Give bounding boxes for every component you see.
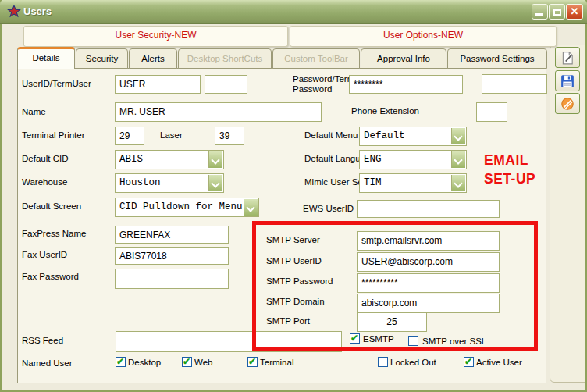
terminal-printer-input[interactable]: 29 [115,127,144,145]
rss-feed-label: RSS Feed [22,336,63,345]
chevron-down-icon[interactable] [208,175,222,191]
warehouse-label: Warehouse [22,177,67,187]
user-security-new-button[interactable]: User Security-NEW [23,26,288,47]
tab-security[interactable]: Security [76,48,128,69]
laser-input[interactable]: 39 [215,127,244,145]
cancel-button[interactable] [555,93,580,114]
tab-password-settings[interactable]: Password Settings [447,48,547,69]
minimize-button[interactable] [532,4,548,20]
cancel-icon [560,97,575,111]
password-extra-input[interactable] [482,74,547,94]
title-bar: Users ✕ [0,0,587,24]
desktop-checkbox[interactable] [116,357,126,367]
text-cursor [119,271,119,283]
named-user-label: Named User [22,358,73,368]
smtp-server-input[interactable]: smtp.emailsrvr.com [357,231,500,251]
smtp-domain-label: SMTP Domain [266,297,325,306]
mimic-user-security-dropdown[interactable]: TIM [359,173,467,193]
tab-desktop-shortcuts[interactable]: Desktop ShortCuts [178,48,272,69]
default-menu-dropdown[interactable]: Default [359,127,467,146]
phone-extension-input[interactable] [476,102,507,122]
tab-alerts[interactable]: Alerts [129,48,177,69]
userid-label: UserID/TermUser [22,79,91,88]
rss-feed-input[interactable] [116,331,342,352]
userid-extra-input[interactable] [205,75,247,94]
chevron-down-icon[interactable] [451,175,465,191]
users-window: Users ✕ User Security-NEW User Options-N… [0,0,587,392]
password-label: Password/Term Password [293,74,355,94]
default-cid-label: Default CID [22,154,68,163]
esmtp-checkbox[interactable] [350,333,360,344]
save-button[interactable] [555,70,580,91]
default-menu-label: Default Menu [304,130,358,140]
save-icon [560,74,575,88]
web-label: Web [194,358,212,367]
smtp-port-label: SMTP Port [266,316,310,326]
email-setup-annotation: EMAIL SET-UP [484,151,535,188]
maximize-icon [550,5,564,19]
smtp-over-ssl-label: SMTP over SSL [422,337,486,346]
ews-userid-label: EWS UserID [303,204,354,213]
default-screen-dropdown[interactable]: CID Pulldown for Menu [115,198,259,217]
smtp-port-input[interactable]: 25 [357,312,427,332]
window-title: Users [23,5,52,17]
smtp-userid-input[interactable]: USER@abiscorp.com [357,252,500,272]
tab-approval-info[interactable]: Approval Info [361,48,446,69]
warehouse-dropdown[interactable]: Houston [115,173,224,193]
default-screen-label: Default Screen [22,201,81,211]
faxpress-name-label: FaxPress Name [22,229,86,238]
fax-userid-input[interactable]: ABIS77018 [115,247,229,265]
web-checkbox[interactable] [182,357,192,367]
active-user-label: Active User [476,358,522,367]
smtp-password-label: SMTP Password [266,276,333,286]
close-button[interactable]: ✕ [566,4,583,20]
default-language-dropdown[interactable]: ENG [359,150,467,169]
new-document-button[interactable] [555,47,580,68]
terminal-printer-label: Terminal Printer [22,130,85,140]
tab-custom-toolbar[interactable]: Custom ToolBar [272,48,360,69]
default-cid-dropdown[interactable]: ABIS [115,150,224,169]
name-label: Name [22,107,46,116]
tab-details[interactable]: Details [17,47,75,69]
terminal-checkbox[interactable] [247,357,258,367]
phone-extension-label: Phone Extension [351,106,419,116]
laser-label: Laser [160,130,183,140]
minimize-icon [532,5,547,19]
password-input[interactable]: ******** [349,75,463,94]
chevron-down-icon[interactable] [451,151,465,168]
new-document-icon [560,51,575,65]
terminal-label: Terminal [260,358,294,367]
user-options-new-button[interactable]: User Options-NEW [290,26,557,47]
desktop-label: Desktop [128,358,161,367]
userid-input[interactable]: USER [115,75,201,94]
name-input[interactable]: MR. USER [115,102,322,122]
ews-userid-input[interactable] [357,200,500,218]
smtp-userid-label: SMTP UserID [266,256,322,265]
active-user-checkbox[interactable] [464,357,474,367]
chevron-down-icon[interactable] [451,128,465,144]
esmtp-label: ESMTP [363,334,394,344]
locked-out-checkbox[interactable] [378,357,388,367]
smtp-server-label: SMTP Server [266,235,320,244]
locked-out-label: Locked Out [390,358,436,367]
chevron-down-icon[interactable] [244,199,258,216]
chevron-down-icon[interactable] [208,151,222,168]
fax-userid-label: Fax UserID [22,250,67,259]
smtp-domain-input[interactable]: abiscorp.com [357,294,500,313]
maximize-button[interactable] [549,4,565,20]
faxpress-name-input[interactable]: GREENFAX [115,226,229,244]
abis-star-icon [7,5,21,19]
smtp-over-ssl-checkbox[interactable] [408,336,418,346]
fax-password-label: Fax Password [22,272,79,281]
fax-password-input[interactable] [115,269,229,289]
close-icon: ✕ [567,5,582,19]
smtp-password-input[interactable]: ********** [357,273,500,293]
